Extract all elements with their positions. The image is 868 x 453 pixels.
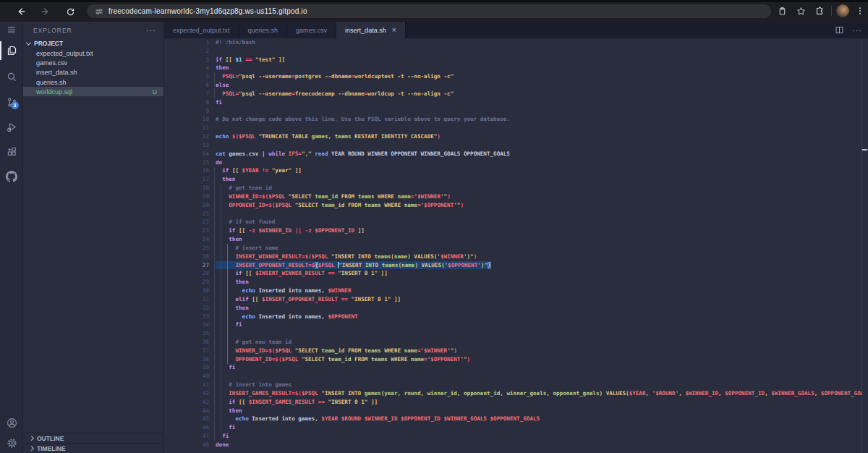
token: '"	[460, 356, 467, 363]
code-line[interactable]: 37 WINNER_ID=$($PSQL "SELECT team_id FRO…	[164, 347, 868, 355]
outline-section[interactable]: OUTLINE	[23, 433, 163, 443]
activity-explorer-button[interactable]	[0, 41, 23, 60]
tab-queries.sh[interactable]: queries.sh	[239, 22, 288, 38]
timeline-section[interactable]: TIMELINE	[23, 443, 163, 453]
token: else	[216, 82, 229, 88]
code-line[interactable]: 4then	[164, 64, 868, 72]
code-line[interactable]: 9	[164, 107, 868, 116]
code-line[interactable]: 7 PSQL="psql --username=freecodecamp --d…	[164, 90, 868, 98]
code-line[interactable]: 14cat games.csv | while IFS="," read YEA…	[164, 150, 868, 158]
token: $PSQL	[268, 193, 285, 200]
code-line[interactable]: 13	[164, 141, 868, 150]
file-item-queries.sh[interactable]: queries.sh	[23, 77, 163, 87]
code-line[interactable]: 23 if [[ -z $WINNER_ID || -z $OPPONENT_I…	[164, 226, 868, 235]
code-line[interactable]: 38 OPPONENT_ID=$($PSQL "SELECT team_id F…	[164, 355, 868, 364]
code-line[interactable]: 44 then	[164, 407, 868, 415]
tab-insert_data.sh[interactable]: insert_data.sh×	[336, 22, 405, 38]
code-line[interactable]: 20 OPPONENT_ID=$($PSQL "SELECT team_id F…	[164, 201, 868, 210]
activity-source-control-button[interactable]: 3	[0, 93, 23, 111]
code-line[interactable]: 30 echo Inserted into names, $WINNER	[164, 287, 868, 295]
activity-run-debug-button[interactable]	[0, 117, 23, 136]
menu-button[interactable]	[0, 22, 23, 38]
code-line[interactable]: 31 elif [[ $INSERT_OPPONENT_RESULT == "I…	[164, 295, 868, 304]
browser-back-button[interactable]	[13, 4, 29, 20]
sidebar-more-actions[interactable]: ···	[146, 26, 156, 35]
token: FROM	[344, 347, 364, 354]
token	[216, 176, 222, 182]
code-line[interactable]: 8fi	[164, 98, 868, 107]
code-line[interactable]: 41 # insert into games	[164, 381, 868, 389]
browser-bookmark-button[interactable]	[794, 4, 807, 17]
code-line[interactable]: 48done	[164, 441, 868, 449]
browser-reload-button[interactable]	[62, 4, 78, 20]
file-item-expected_output.txt[interactable]: expected_output.txt	[23, 48, 163, 58]
tab-expected_output.txt[interactable]: expected_output.txt	[164, 22, 239, 38]
token	[216, 227, 229, 234]
code-line[interactable]: 45 echo Inserted into games, $YEAR $ROUN…	[164, 415, 868, 423]
code-line[interactable]: 19 WINNER_ID=$($PSQL "SELECT team_id FRO…	[164, 192, 868, 201]
file-item-worldcup.sql[interactable]: worldcup.sqlU	[23, 87, 163, 96]
code-editor[interactable]: 1#! /bin/bash23if [[ $1 == "test" ]]4the…	[164, 38, 868, 453]
token: FROM	[344, 202, 364, 208]
code-line[interactable]: 43 if [[ $INSERT_GAMES_RESULT == "INSERT…	[164, 398, 868, 407]
settings-button[interactable]	[0, 433, 23, 452]
activity-github-button[interactable]	[0, 167, 23, 186]
code-line[interactable]: 18 # get team id	[164, 184, 868, 192]
accounts-button[interactable]	[0, 413, 23, 432]
browser-forward-button[interactable]	[38, 4, 54, 20]
code-line[interactable]: 36 # get new team id	[164, 338, 868, 347]
code-line[interactable]: 3if [[ $1 == "test" ]]	[164, 56, 868, 64]
code-line[interactable]: 40	[164, 372, 868, 381]
browser-extensions-button[interactable]	[813, 4, 826, 17]
code-line[interactable]: 5 PSQL="psql --username=postgres --dbnam…	[164, 72, 868, 81]
line-number: 10	[164, 115, 216, 124]
project-section-header[interactable]: PROJECT	[23, 38, 163, 48]
profile-avatar[interactable]	[836, 4, 849, 17]
code-line[interactable]: 1#! /bin/bash	[164, 38, 868, 47]
token: $WINNER	[441, 253, 464, 260]
code-line[interactable]: 27 INSERT_OPPONENT_RESULT=$($PSQL "INSER…	[164, 261, 868, 270]
code-line[interactable]: 35	[164, 329, 868, 338]
token: $OPPONENT	[424, 202, 454, 208]
file-item-games.csv[interactable]: games.csv	[23, 58, 163, 67]
token: "SELECT	[292, 347, 321, 354]
code-line[interactable]: 6else	[164, 81, 868, 90]
file-item-insert_data.sh[interactable]: insert_data.sh	[23, 68, 163, 77]
code-line[interactable]: 24 then	[164, 235, 868, 244]
code-line[interactable]: 32 then	[164, 304, 868, 313]
code-line[interactable]: 12echo $($PSQL "TRUNCATE TABLE games, te…	[164, 132, 868, 141]
activity-extensions-button[interactable]	[0, 142, 23, 161]
code-line[interactable]: 34 fi	[164, 321, 868, 329]
code-line[interactable]: 29 then	[164, 278, 868, 287]
editor-more-actions[interactable]: ···	[852, 26, 862, 35]
code-line[interactable]: 46 fi	[164, 423, 868, 432]
browser-menu-button[interactable]	[854, 4, 867, 17]
code-line[interactable]: 47 fi	[164, 432, 868, 441]
scrollbar-track[interactable]	[861, 38, 862, 453]
activity-search-button[interactable]	[0, 67, 23, 86]
code-line[interactable]: 33 echo Inserted into names, $OPPONENT	[164, 313, 868, 321]
code-line[interactable]: 39 fi	[164, 363, 868, 372]
code-line[interactable]: 2	[164, 47, 868, 56]
code-line[interactable]: 42 INSERT_GAMES_RESULT=$($PSQL "INSERT I…	[164, 389, 868, 398]
address-bar[interactable]: freecodecam-learnworldc-3my1d6qzp8g.ws-u…	[87, 4, 771, 18]
editor-tab-bar: expected_output.txtqueries.shgames.csvin…	[164, 22, 868, 38]
token: WHERE	[388, 356, 411, 363]
code-line[interactable]: 28 if [[ $INSERT_WINNER_RESULT == "INSER…	[164, 269, 868, 278]
code-line[interactable]: 16 if [[ $YEAR != "year" ]]	[164, 166, 868, 175]
code-line[interactable]: 15do	[164, 158, 868, 167]
split-editor-icon[interactable]	[835, 25, 844, 35]
close-tab-icon[interactable]: ×	[392, 27, 396, 34]
tab-games.csv[interactable]: games.csv	[287, 22, 336, 38]
code-line[interactable]: 25 # insert name	[164, 244, 868, 253]
code-line[interactable]: 10# Do not change code above this line. …	[164, 115, 868, 124]
code-line[interactable]: 21	[164, 210, 868, 219]
browser-clipboard-button[interactable]	[775, 4, 788, 17]
code-line[interactable]: 17 then	[164, 175, 868, 184]
code-line[interactable]: 11	[164, 124, 868, 132]
site-settings-icon[interactable]	[95, 7, 103, 16]
code-line[interactable]: 22 # if not found	[164, 218, 868, 226]
code-line[interactable]: 26 INSERT_WINNER_RESULT=$($PSQL "INSERT …	[164, 253, 868, 261]
token: worldcup -t --no-align -c"	[367, 90, 454, 97]
token: ) VALUES('	[407, 253, 441, 260]
